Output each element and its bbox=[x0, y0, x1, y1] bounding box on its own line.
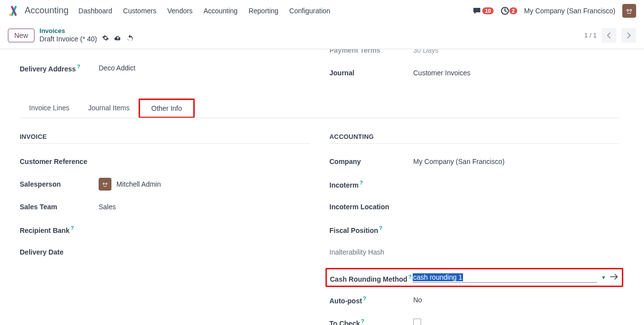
clock-icon bbox=[501, 6, 509, 15]
highlight-other-info-tab: Other Info bbox=[139, 98, 195, 118]
menu-configuration[interactable]: Configuration bbox=[289, 7, 330, 15]
help-icon[interactable]: ? bbox=[71, 225, 74, 231]
label-inalterability-hash: Inalterability Hash bbox=[329, 248, 413, 256]
value-auto-post[interactable]: No bbox=[413, 296, 422, 304]
gear-icon[interactable] bbox=[102, 34, 109, 43]
chevron-right-icon bbox=[626, 32, 631, 38]
messages-button[interactable]: 10 bbox=[473, 7, 493, 15]
app-title[interactable]: Accounting bbox=[25, 5, 69, 16]
label-auto-post: Auto-post? bbox=[329, 295, 413, 305]
form-scroll-area[interactable]: Delivery Address? Deco Addict Payment Te… bbox=[0, 49, 639, 325]
label-delivery-date: Delivery Date bbox=[20, 248, 99, 256]
help-icon[interactable]: ? bbox=[379, 225, 383, 231]
label-salesperson: Salesperson bbox=[20, 180, 99, 188]
label-incoterm: Incoterm? bbox=[329, 180, 413, 189]
label-company: Company bbox=[329, 158, 413, 165]
group-accounting-header: ACCOUNTING bbox=[329, 133, 619, 144]
tabs: Invoice Lines Journal Items Other Info bbox=[20, 98, 619, 118]
cloud-upload-icon[interactable] bbox=[114, 34, 122, 43]
label-cash-rounding: Cash Rounding Method? bbox=[330, 272, 413, 285]
crumb-invoices[interactable]: Invoices bbox=[39, 27, 134, 35]
chevron-left-icon bbox=[607, 32, 611, 38]
label-journal: Journal bbox=[329, 69, 413, 77]
help-icon[interactable]: ? bbox=[408, 274, 412, 280]
label-incoterm-location: Incoterm Location bbox=[329, 203, 413, 211]
highlight-cash-rounding: Cash Rounding Method? cash rounding 1 ▼ bbox=[325, 268, 623, 287]
svg-rect-4 bbox=[624, 6, 634, 16]
salesperson-avatar-icon bbox=[99, 178, 111, 191]
dropdown-caret-icon[interactable]: ▼ bbox=[601, 275, 606, 280]
menu-customers[interactable]: Customers bbox=[123, 7, 157, 15]
pager-text: 1 / 1 bbox=[584, 32, 597, 39]
menu-vendors[interactable]: Vendors bbox=[167, 7, 192, 15]
label-payment-terms: Payment Terms bbox=[329, 49, 413, 54]
breadcrumb: Invoices Draft Invoice (* 40) bbox=[39, 27, 134, 43]
activities-badge: 2 bbox=[509, 7, 517, 14]
topbar: Accounting Dashboard Customers Vendors A… bbox=[0, 0, 644, 22]
tab-journal-items[interactable]: Journal Items bbox=[79, 98, 139, 118]
value-salesperson[interactable]: Mitchell Admin bbox=[99, 178, 161, 191]
cash-rounding-input[interactable]: cash rounding 1 bbox=[413, 272, 597, 283]
svg-point-7 bbox=[627, 10, 628, 11]
main-menu: Dashboard Customers Vendors Accounting R… bbox=[78, 7, 330, 15]
svg-point-12 bbox=[106, 183, 107, 184]
label-sales-team: Sales Team bbox=[20, 203, 99, 211]
label-recipient-bank: Recipient Bank? bbox=[20, 225, 99, 234]
help-icon[interactable]: ? bbox=[363, 295, 366, 301]
control-row: New Invoices Draft Invoice (* 40) 1 / 1 bbox=[0, 22, 644, 49]
crumb-current: Draft Invoice (* 40) bbox=[39, 35, 97, 43]
messages-badge: 10 bbox=[482, 7, 493, 14]
value-company[interactable]: My Company (San Francisco) bbox=[413, 158, 504, 165]
menu-accounting[interactable]: Accounting bbox=[204, 7, 238, 15]
company-switcher[interactable]: My Company (San Francisco) bbox=[524, 7, 615, 15]
svg-point-11 bbox=[103, 183, 104, 184]
menu-reporting[interactable]: Reporting bbox=[249, 7, 279, 15]
menu-dashboard[interactable]: Dashboard bbox=[78, 7, 112, 15]
new-button[interactable]: New bbox=[8, 29, 35, 42]
pager-next-button[interactable] bbox=[621, 28, 636, 43]
label-fiscal-position: Fiscal Position? bbox=[329, 225, 413, 234]
app-logo-icon[interactable] bbox=[8, 5, 20, 17]
label-customer-reference: Customer Reference bbox=[20, 158, 99, 165]
svg-point-8 bbox=[630, 10, 631, 11]
user-avatar[interactable] bbox=[622, 4, 636, 18]
tab-invoice-lines[interactable]: Invoice Lines bbox=[20, 98, 79, 118]
to-check-checkbox[interactable] bbox=[413, 319, 421, 325]
pager-prev-button[interactable] bbox=[602, 28, 616, 43]
open-record-icon[interactable] bbox=[610, 273, 619, 282]
help-icon[interactable]: ? bbox=[77, 64, 80, 69]
pager: 1 / 1 bbox=[584, 28, 636, 43]
help-icon[interactable]: ? bbox=[359, 180, 363, 186]
value-sales-team[interactable]: Sales bbox=[99, 203, 116, 211]
label-to-check: To Check? bbox=[329, 318, 413, 325]
chat-icon bbox=[473, 7, 482, 15]
salesperson-name: Mitchell Admin bbox=[116, 180, 161, 188]
value-delivery-address[interactable]: Deco Addict bbox=[99, 64, 136, 72]
topbar-right: 10 2 My Company (San Francisco) bbox=[473, 4, 636, 18]
help-icon[interactable]: ? bbox=[361, 318, 364, 324]
value-payment-terms[interactable]: 30 Days bbox=[413, 49, 438, 54]
svg-point-2 bbox=[9, 13, 12, 16]
discard-icon[interactable] bbox=[127, 34, 134, 43]
tab-other-info[interactable]: Other Info bbox=[140, 100, 193, 117]
avatar-icon bbox=[624, 6, 634, 16]
group-invoice-header: INVOICE bbox=[20, 133, 310, 144]
label-delivery-address: Delivery Address? bbox=[20, 64, 99, 73]
value-journal[interactable]: Customer Invoices bbox=[413, 69, 470, 77]
cash-rounding-value: cash rounding 1 bbox=[413, 273, 463, 281]
activities-button[interactable]: 2 bbox=[501, 6, 517, 15]
